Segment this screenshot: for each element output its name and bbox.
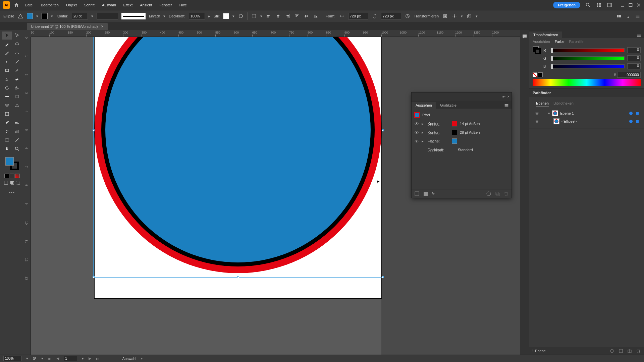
clear-icon[interactable] (486, 191, 491, 196)
dropdown-icon[interactable]: ▾ (232, 14, 234, 18)
comment-strip[interactable] (520, 30, 529, 355)
align-bottom-icon[interactable] (313, 13, 319, 19)
layer-row[interactable]: <Ellipse> (533, 117, 641, 125)
scale-tool[interactable] (12, 84, 22, 92)
swatch-dropdown-icon[interactable]: ▾ (36, 14, 38, 18)
stroke-swatch[interactable] (42, 13, 48, 19)
color-indicator[interactable] (5, 157, 19, 170)
chevron-right-icon[interactable]: ▸ (422, 130, 425, 135)
fill-color-indicator[interactable] (5, 157, 14, 166)
pin-icon[interactable] (625, 13, 631, 19)
artboard-tool[interactable] (2, 136, 12, 144)
lasso-tool[interactable] (12, 40, 22, 48)
maximize-icon[interactable] (628, 2, 633, 8)
visibility-icon[interactable] (414, 139, 419, 143)
panel-menu-icon[interactable] (636, 32, 642, 38)
appearance-item-fill[interactable]: ▸ Fläche: (414, 137, 509, 145)
home-icon[interactable] (13, 1, 20, 9)
visibility-icon[interactable] (535, 111, 539, 116)
align-top-icon[interactable] (294, 13, 300, 19)
expand-icon[interactable]: ▾ (548, 111, 550, 116)
chevron-right-icon[interactable]: ▸ (141, 356, 143, 361)
draw-normal-icon[interactable] (4, 180, 8, 185)
align-tool-icon[interactable] (251, 13, 257, 19)
pathfinder-header[interactable]: Pathfinder (529, 89, 644, 97)
menu-bearbeiten[interactable]: Bearbeiten (41, 3, 59, 7)
isolate-icon[interactable] (442, 13, 448, 19)
layer-row[interactable]: ▾ Ebene 1 (533, 109, 641, 117)
color-spectrum[interactable] (533, 79, 641, 86)
menu-auswahl[interactable]: Auswahl (102, 3, 116, 7)
r-value[interactable]: 0 (627, 47, 641, 53)
width-tool[interactable] (2, 93, 12, 101)
selection-tool[interactable] (2, 32, 12, 40)
locate-icon[interactable] (609, 348, 615, 354)
handle-mr[interactable] (382, 129, 384, 131)
tab-transform[interactable]: Transformieren (529, 32, 562, 38)
dropdown-icon[interactable]: ▾ (91, 14, 93, 18)
duplicate-icon[interactable] (495, 191, 500, 196)
appearance-panel[interactable]: ⇤ × Aussehen Grafikstile Pfad ▸ (411, 92, 512, 198)
perspective-tool[interactable] (12, 101, 22, 109)
curvature-tool[interactable] (12, 49, 22, 57)
menu-objekt[interactable]: Objekt (66, 3, 77, 7)
link-icon[interactable] (372, 13, 378, 19)
shape-builder-tool[interactable] (2, 101, 12, 109)
brush-style[interactable] (121, 13, 146, 19)
line-tool[interactable] (12, 58, 22, 66)
tab-colorguide[interactable]: Farbhilfe (569, 40, 584, 44)
variable-width-select[interactable] (97, 13, 118, 19)
zoom-input[interactable] (3, 356, 21, 361)
r-slider[interactable] (550, 48, 625, 52)
tab-align[interactable]: Ausrichten (533, 40, 550, 44)
g-value[interactable]: 0 (627, 55, 641, 61)
menu-datei[interactable]: Datei (25, 3, 34, 7)
rotate-tool[interactable] (2, 84, 12, 92)
fill-swatch[interactable] (27, 13, 33, 19)
draw-inside-icon[interactable] (16, 180, 20, 185)
visibility-icon[interactable] (535, 119, 539, 124)
new-stroke-icon[interactable] (414, 191, 420, 196)
rectangle-tool[interactable] (2, 66, 12, 74)
share-button[interactable]: Freigeben (553, 2, 580, 8)
mesh-tool[interactable] (2, 110, 12, 118)
new-sublayer-icon[interactable] (618, 348, 624, 354)
dropdown-icon[interactable]: ▾ (163, 14, 165, 18)
width-input[interactable] (348, 13, 368, 19)
tab-libraries[interactable]: Bibliotheken (553, 101, 574, 107)
menu-hilfe[interactable]: Hilfe (179, 3, 187, 7)
free-transform-tool[interactable] (12, 93, 22, 101)
trash-icon[interactable] (503, 191, 509, 196)
magic-wand-tool[interactable] (2, 40, 12, 48)
tab-layers[interactable]: Ebenen (536, 101, 549, 107)
ruler-vertical[interactable]: 012345678910111213 (24, 37, 31, 355)
hand-tool[interactable] (2, 145, 12, 153)
handle-ml[interactable] (93, 129, 95, 131)
zoom-tool[interactable] (12, 145, 22, 153)
hex-input[interactable] (617, 72, 641, 78)
nav-next-icon[interactable]: ▶ (89, 356, 91, 361)
draw-behind-icon[interactable] (10, 180, 14, 185)
blend-tool[interactable] (12, 119, 22, 127)
essentials-icon[interactable] (616, 13, 622, 19)
transform-label[interactable]: Transformieren (414, 14, 439, 18)
dropdown-icon[interactable]: ▾ (26, 356, 28, 361)
recolor-icon[interactable] (238, 13, 244, 19)
artboard-nav-input[interactable] (64, 356, 77, 361)
pen-tool[interactable] (2, 49, 12, 57)
target-selected-icon[interactable] (629, 120, 633, 123)
panel-menu-icon[interactable] (503, 103, 509, 109)
nav-prev-icon[interactable]: ◀ (56, 356, 59, 361)
color-mode-none[interactable] (15, 174, 20, 178)
opacity-input[interactable] (189, 13, 205, 19)
handle-bl[interactable] (93, 276, 95, 278)
eraser-tool[interactable] (12, 75, 22, 83)
align-hcenter-icon[interactable] (275, 13, 281, 19)
dropdown-icon[interactable]: ▾ (461, 14, 463, 18)
symbol-sprayer-tool[interactable] (2, 127, 12, 135)
appearance-item-stroke2[interactable]: ▸ Kontur: 28 pt Außen (414, 128, 509, 137)
layer-name[interactable]: Ebene 1 (560, 111, 574, 115)
menu-effekt[interactable]: Effekt (123, 3, 132, 7)
close-tab-icon[interactable]: × (101, 24, 104, 29)
menu-schrift[interactable]: Schrift (84, 3, 95, 7)
